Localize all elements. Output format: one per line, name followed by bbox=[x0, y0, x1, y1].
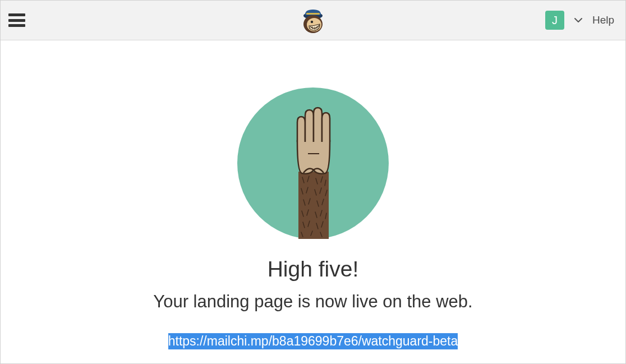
high-five-illustration bbox=[237, 87, 389, 241]
avatar-initial: J bbox=[552, 14, 558, 27]
svg-rect-9 bbox=[298, 172, 329, 239]
account-dropdown-caret[interactable] bbox=[574, 15, 582, 25]
mailchimp-logo[interactable] bbox=[300, 8, 326, 37]
hamburger-menu-icon[interactable] bbox=[8, 13, 25, 27]
svg-rect-1 bbox=[306, 13, 320, 15]
page-subtitle: Your landing page is now live on the web… bbox=[153, 292, 472, 312]
svg-point-4 bbox=[311, 21, 313, 23]
landing-page-url[interactable]: https://mailchi.mp/b8a19699b7e6/watchgua… bbox=[168, 333, 458, 349]
main-content: High five! Your landing page is now live… bbox=[1, 40, 625, 349]
user-avatar[interactable]: J bbox=[545, 11, 564, 30]
header-right-group: J Help bbox=[545, 11, 618, 30]
app-header: J Help bbox=[1, 1, 625, 40]
page-title: High five! bbox=[268, 257, 359, 282]
help-link[interactable]: Help bbox=[592, 14, 614, 26]
